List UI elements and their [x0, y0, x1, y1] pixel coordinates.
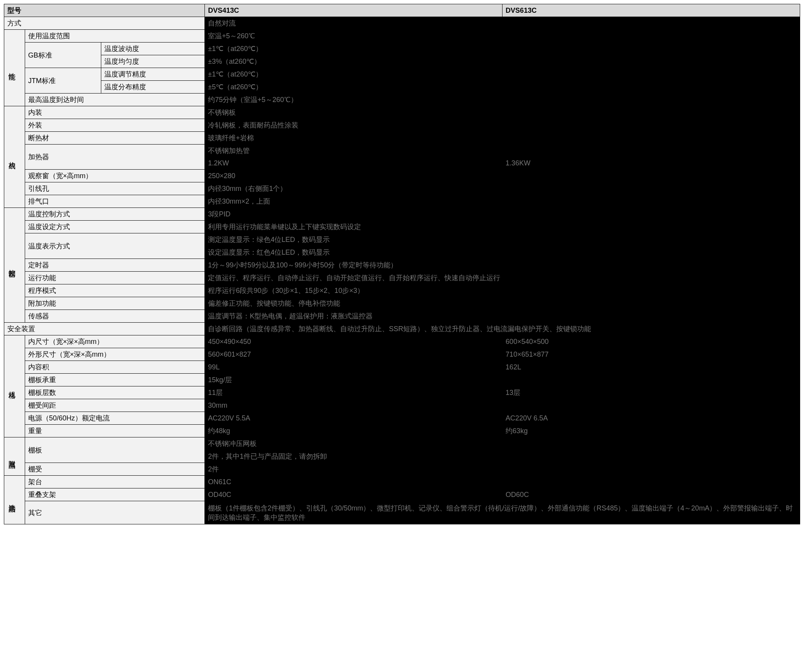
acc-shelf-v1: 不锈钢冲压网板	[205, 437, 800, 450]
spec-weight-a: 约48kg	[205, 425, 502, 437]
perf-maxtime-label: 最高温度到达时间	[25, 94, 205, 106]
struct-leadhole-value: 内径30mm（右侧面1个）	[205, 182, 800, 195]
struct-outer-label: 外装	[25, 119, 205, 132]
ctrl-set-label: 温度设定方式	[25, 221, 205, 233]
acc-group: 附属品	[4, 437, 25, 476]
struct-inner-value: 不锈钢板	[205, 106, 800, 119]
spec-vol-label: 内容积	[25, 361, 205, 374]
perf-jtm-dist-value: ±5℃（at260℃）	[205, 81, 800, 94]
opt-group: 选购品	[4, 476, 25, 524]
ctrl-prog-value: 程序运行6段共90步（30步×1、15步×2、10步×3）	[205, 284, 800, 297]
spec-outsize-label: 外形尺寸（宽×深×高mm）	[25, 348, 205, 361]
ctrl-timer-label: 定时器	[25, 259, 205, 272]
ctrl-sensor-value: 温度调节器：K型热电偶，超温保护用：液胀式温控器	[205, 310, 800, 323]
spec-vol-a: 99L	[205, 361, 502, 374]
spec-shelfn-a: 11层	[205, 386, 502, 399]
ctrl-method-label: 温度控制方式	[25, 208, 205, 221]
spec-shelfw-value: 15kg/层	[205, 374, 800, 386]
spec-power-label: 电源（50/60Hz）额定电流	[25, 412, 205, 425]
spec-group: 规格	[4, 335, 25, 437]
spec-power-a: AC220V 5.5A	[205, 412, 502, 425]
ctrl-set-value: 利用专用运行功能菜单键以及上下键实现数码设定	[205, 221, 800, 233]
perf-temprange-label: 使用温度范围	[25, 30, 205, 43]
ctrl-disp-v1: 测定温度显示：绿色4位LED，数码显示	[205, 233, 800, 246]
opt-stand-value: ON61C	[205, 476, 800, 488]
struct-heater-v2b: 1.36KW	[502, 157, 800, 170]
safety-label: 安全装置	[4, 323, 205, 335]
perf-gb-fluct-value: ±1℃（at260℃）	[205, 43, 800, 55]
perf-gb-unif-label: 温度均匀度	[101, 55, 205, 68]
opt-stand-label: 架台	[25, 476, 205, 488]
spec-insize-a: 450×490×450	[205, 335, 502, 348]
spec-shelfn-b: 13层	[502, 386, 800, 399]
struct-insul-label: 断热材	[25, 132, 205, 145]
spec-insize-label: 内尺寸（宽×深×高mm）	[25, 335, 205, 348]
ctrl-prog-label: 程序模式	[25, 284, 205, 297]
opt-other-value: 棚板（1件棚板包含2件棚受）、引线孔（30/50mm）、微型打印机、记录仪、组合…	[205, 501, 800, 524]
acc-rec-label: 棚受	[25, 463, 205, 476]
perf-gb-unif-value: ±3%（at260℃）	[205, 55, 800, 68]
spec-shelfn-label: 棚板层数	[25, 386, 205, 399]
perf-jtm-adj-value: ±1℃（at260℃）	[205, 68, 800, 81]
method-value: 自然对流	[205, 17, 800, 30]
header-col1: DVS413C	[205, 4, 502, 17]
ctrl-group: 控制器	[4, 208, 25, 323]
header-col2: DVS613C	[502, 4, 800, 17]
struct-inner-label: 内装	[25, 106, 205, 119]
ctrl-add-value: 偏差修正功能、按键锁功能、停电补偿功能	[205, 297, 800, 310]
ctrl-method-value: 3段PID	[205, 208, 800, 221]
perf-gb-fluct-label: 温度波动度	[101, 43, 205, 55]
spec-power-b: AC220V 6.5A	[502, 412, 800, 425]
struct-heater-label: 加热器	[25, 145, 205, 170]
ctrl-run-value: 定值运行、程序运行、自动停止运行、自动开始定值运行、自开始程序运行、快速自动停止…	[205, 272, 800, 284]
ctrl-run-label: 运行功能	[25, 272, 205, 284]
acc-rec-value: 2件	[205, 463, 800, 476]
perf-maxtime-value: 约75分钟（室温+5～260℃）	[205, 94, 800, 106]
safety-value: 自诊断回路（温度传感异常、加热器断线、自动过升防止、SSR短路）、独立过升防止器…	[205, 323, 800, 335]
ctrl-timer-value: 1分～99小时59分以及100～999小时50分（带定时等待功能）	[205, 259, 800, 272]
perf-temprange-value: 室温+5～260℃	[205, 30, 800, 43]
method-label: 方式	[4, 17, 205, 30]
ctrl-sensor-label: 传感器	[25, 310, 205, 323]
spec-shelfd-value: 30mm	[205, 399, 800, 412]
struct-exhaust-label: 排气口	[25, 195, 205, 208]
spec-weight-b: 约63kg	[502, 425, 800, 437]
opt-stack-label: 重叠支架	[25, 488, 205, 501]
struct-leadhole-label: 引线孔	[25, 182, 205, 195]
acc-shelf-v2: 2件，其中1件已与产品固定，请勿拆卸	[205, 450, 800, 463]
header-model: 型号	[4, 4, 205, 17]
spec-outsize-b: 710×651×877	[502, 348, 800, 361]
opt-other-label: 其它	[25, 501, 205, 524]
struct-outer-value: 冷轧钢板，表面耐药品性涂装	[205, 119, 800, 132]
spec-table: 型号 DVS413C DVS613C 方式 自然对流 性能 使用温度范围 室温+…	[4, 4, 800, 524]
opt-stack-a: OD40C	[205, 488, 502, 501]
ctrl-disp-label: 温度表示方式	[25, 233, 205, 259]
perf-jtm-label: JTM标准	[25, 68, 101, 94]
spec-shelfw-label: 棚板承重	[25, 374, 205, 386]
struct-window-label: 观察窗（宽×高mm）	[25, 170, 205, 182]
struct-exhaust-value: 内径30mm×2，上面	[205, 195, 800, 208]
perf-gb-label: GB标准	[25, 43, 101, 68]
spec-outsize-a: 560×601×827	[205, 348, 502, 361]
struct-insul-value: 玻璃纤维+岩棉	[205, 132, 800, 145]
struct-heater-v1: 不锈钢加热管	[205, 145, 800, 157]
perf-group: 性能	[4, 30, 25, 106]
struct-group: 构成	[4, 106, 25, 208]
opt-stack-b: OD60C	[502, 488, 800, 501]
perf-jtm-dist-label: 温度分布精度	[101, 81, 205, 94]
spec-shelfd-label: 棚受间距	[25, 399, 205, 412]
perf-jtm-adj-label: 温度调节精度	[101, 68, 205, 81]
spec-weight-label: 重量	[25, 425, 205, 437]
ctrl-add-label: 附加功能	[25, 297, 205, 310]
acc-shelf-label: 棚板	[25, 437, 205, 463]
struct-heater-v2a: 1.2KW	[205, 157, 502, 170]
ctrl-disp-v2: 设定温度显示：红色4位LED，数码显示	[205, 246, 800, 259]
spec-vol-b: 162L	[502, 361, 800, 374]
spec-insize-b: 600×540×500	[502, 335, 800, 348]
struct-window-value: 250×280	[205, 170, 800, 182]
